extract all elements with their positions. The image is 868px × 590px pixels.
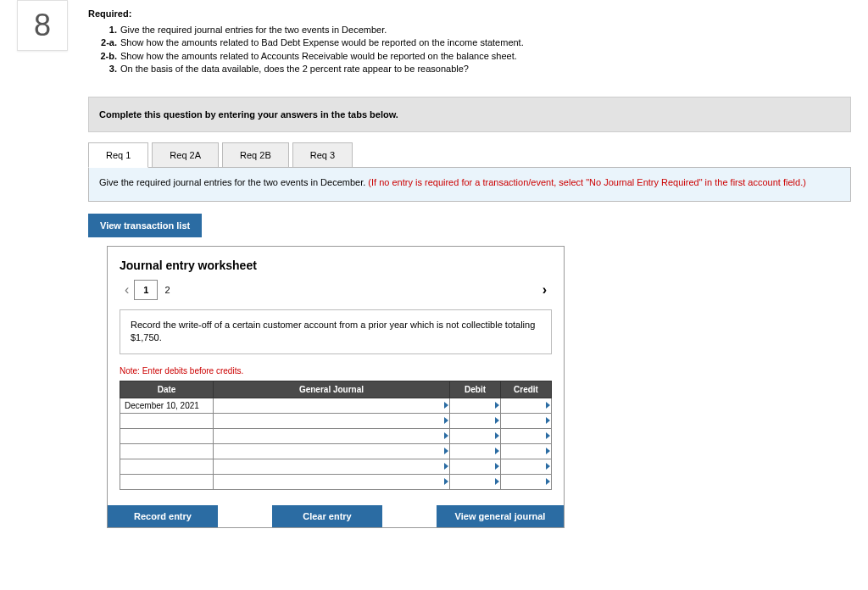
table-row: [120, 428, 552, 443]
entry-instruction: Record the write-off of a certain custom…: [120, 309, 552, 354]
cell-date[interactable]: [120, 443, 214, 459]
cell-date[interactable]: [120, 428, 214, 443]
dropdown-icon: [444, 402, 448, 409]
cell-credit[interactable]: [501, 459, 552, 474]
col-date: Date: [120, 381, 214, 398]
table-row: [120, 443, 552, 459]
req-num: 3.: [88, 63, 117, 75]
cell-date[interactable]: December 10, 2021: [120, 398, 214, 413]
clear-entry-button[interactable]: Clear entry: [272, 505, 382, 527]
dropdown-icon: [495, 432, 499, 439]
worksheet-actions: Record entry Clear entry View general jo…: [108, 505, 564, 527]
tab-panel: Give the required journal entries for th…: [88, 167, 851, 202]
requirements-list: 1.Give the required journal entries for …: [88, 24, 851, 76]
dropdown-icon: [546, 478, 550, 485]
cell-journal[interactable]: [214, 459, 450, 474]
dropdown-icon: [546, 417, 550, 424]
dropdown-icon: [546, 463, 550, 470]
table-row: [120, 413, 552, 428]
tab-req2b[interactable]: Req 2B: [222, 142, 289, 168]
col-credit: Credit: [501, 381, 552, 398]
col-journal: General Journal: [214, 381, 450, 398]
cell-journal[interactable]: [214, 398, 450, 413]
cell-date[interactable]: [120, 459, 214, 474]
dropdown-icon: [546, 448, 550, 454]
cell-journal[interactable]: [214, 474, 450, 489]
dropdown-icon: [495, 463, 499, 470]
view-transaction-list-button[interactable]: View transaction list: [88, 214, 202, 237]
pager-page-1[interactable]: 1: [134, 280, 158, 300]
tabs-container: Req 1 Req 2A Req 2B Req 3: [88, 142, 851, 168]
chevron-right-icon[interactable]: ›: [537, 279, 552, 301]
cell-credit[interactable]: [501, 474, 552, 489]
cell-journal[interactable]: [214, 443, 450, 459]
dropdown-icon: [495, 417, 499, 424]
cell-credit[interactable]: [501, 443, 552, 459]
cell-credit[interactable]: [501, 398, 552, 413]
dropdown-icon: [444, 478, 448, 485]
journal-worksheet: Journal entry worksheet ‹ 1 2 › Record t…: [107, 246, 565, 528]
pager-page-2[interactable]: 2: [158, 281, 176, 299]
journal-table: Date General Journal Debit Credit Decemb…: [120, 381, 552, 490]
cell-journal[interactable]: [214, 413, 450, 428]
dropdown-icon: [546, 432, 550, 439]
panel-hint: (If no entry is required for a transacti…: [368, 177, 806, 187]
req-text: Show how the amounts related to Bad Debt…: [120, 37, 524, 47]
dropdown-icon: [444, 417, 448, 424]
req-text: Give the required journal entries for th…: [120, 25, 387, 35]
cell-credit[interactable]: [501, 428, 552, 443]
question-number-badge: 8: [17, 0, 68, 51]
dropdown-icon: [495, 448, 499, 454]
tab-req3[interactable]: Req 3: [292, 142, 353, 168]
tab-req1[interactable]: Req 1: [88, 142, 148, 168]
panel-text: Give the required journal entries for th…: [99, 177, 368, 187]
required-label: Required:: [88, 8, 851, 19]
col-debit: Debit: [450, 381, 501, 398]
table-row: [120, 474, 552, 489]
req-text: On the basis of the data available, does…: [120, 64, 469, 74]
worksheet-pager: ‹ 1 2 ›: [120, 279, 552, 301]
cell-debit[interactable]: [450, 459, 501, 474]
view-general-journal-button[interactable]: View general journal: [437, 505, 564, 527]
instruction-bar: Complete this question by entering your …: [88, 97, 851, 132]
tab-req2a[interactable]: Req 2A: [152, 142, 219, 168]
table-row: December 10, 2021: [120, 398, 552, 413]
cell-debit[interactable]: [450, 443, 501, 459]
cell-debit[interactable]: [450, 428, 501, 443]
req-num: 2-b.: [88, 50, 117, 63]
debit-credit-note: Note: Enter debits before credits.: [120, 366, 552, 376]
dropdown-icon: [546, 402, 550, 409]
cell-debit[interactable]: [450, 398, 501, 413]
dropdown-icon: [444, 463, 448, 470]
dropdown-icon: [444, 432, 448, 439]
cell-date[interactable]: [120, 474, 214, 489]
chevron-left-icon[interactable]: ‹: [120, 279, 134, 301]
cell-journal[interactable]: [214, 428, 450, 443]
worksheet-title: Journal entry worksheet: [120, 259, 552, 272]
req-num: 2-a.: [88, 36, 117, 49]
cell-date[interactable]: [120, 413, 214, 428]
cell-debit[interactable]: [450, 413, 501, 428]
dropdown-icon: [495, 478, 499, 485]
dropdown-icon: [495, 402, 499, 409]
cell-credit[interactable]: [501, 413, 552, 428]
req-num: 1.: [88, 24, 117, 36]
table-row: [120, 459, 552, 474]
dropdown-icon: [444, 448, 448, 454]
cell-debit[interactable]: [450, 474, 501, 489]
req-text: Show how the amounts related to Accounts…: [120, 51, 517, 61]
record-entry-button[interactable]: Record entry: [108, 505, 218, 527]
